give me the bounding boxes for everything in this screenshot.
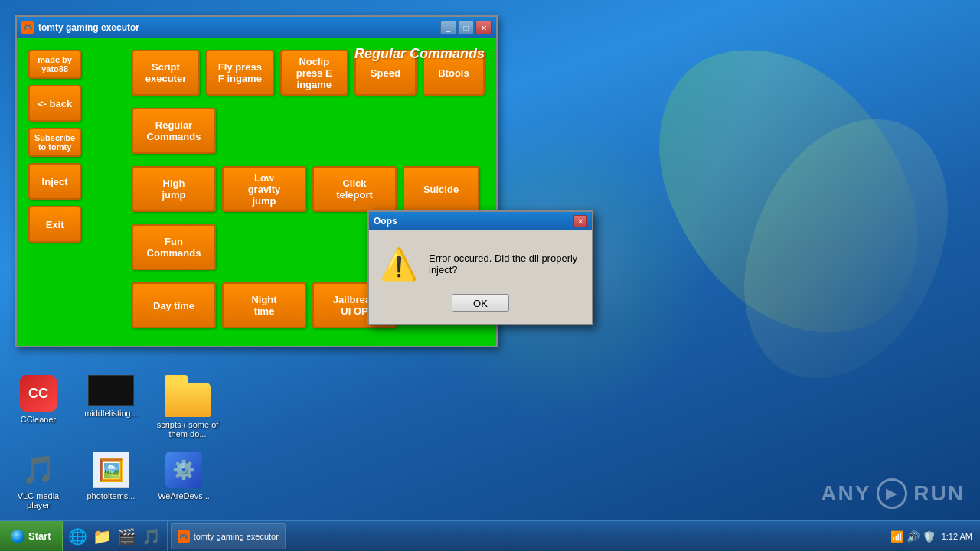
desktop-icons-area-2: 🎵 VLC media player 🖼️ photoitems... ⚙️ W… bbox=[8, 452, 214, 510]
dialog-content: ⚠️ Error occured. Did the dll properly i… bbox=[369, 230, 592, 324]
noclip-press-e-button[interactable]: Noclippress Eingame bbox=[280, 50, 348, 96]
dialog-titlebar: Oops ✕ bbox=[369, 212, 592, 230]
volume-icon: 🔊 bbox=[906, 530, 920, 543]
security-icon: 🛡️ bbox=[923, 530, 936, 543]
click-teleport-button[interactable]: Clickteleport bbox=[312, 166, 397, 212]
window-titlebar: 🎮 tomty gaming executor _ □ ✕ bbox=[17, 17, 496, 38]
middlelisting-label: middlelisting... bbox=[84, 409, 138, 418]
anyrun-watermark: ANY ▶ RUN bbox=[821, 478, 965, 509]
button-row-2: RegularCommands bbox=[132, 108, 485, 154]
desktop-icon-photoitems[interactable]: 🖼️ photoitems... bbox=[80, 452, 142, 500]
taskbar-item-label: tomty gaming executor bbox=[194, 532, 279, 541]
window-title: tomty gaming executor bbox=[38, 22, 436, 33]
scripts-folder-icon bbox=[161, 375, 214, 417]
script-executer-button[interactable]: Scriptexecuter bbox=[132, 50, 200, 96]
photoitems-label: photoitems... bbox=[87, 491, 136, 500]
regular-commands-label: Regular Commands bbox=[354, 46, 485, 62]
error-dialog: Oops ✕ ⚠️ Error occured. Did the dll pro… bbox=[368, 210, 593, 325]
low-gravity-jump-button[interactable]: Lowgravityjump bbox=[222, 166, 306, 212]
vlc-taskbar-icon[interactable]: 🎵 bbox=[139, 524, 164, 549]
media-player-icon[interactable]: 🎬 bbox=[115, 524, 139, 549]
back-button[interactable]: <- back bbox=[28, 85, 81, 122]
clock: 1:12 AM bbox=[942, 532, 972, 541]
dialog-message: Error occured. Did the dll properly inje… bbox=[429, 253, 580, 276]
start-orb-icon bbox=[11, 530, 24, 543]
ccleaner-icon: CC bbox=[20, 375, 57, 412]
clock-time: 1:12 AM bbox=[942, 532, 972, 541]
taskbar-right: 📶 🔊 🛡️ 1:12 AM bbox=[883, 521, 980, 551]
maximize-button[interactable]: □ bbox=[458, 21, 474, 34]
regular-commands-button[interactable]: RegularCommands bbox=[132, 108, 216, 154]
exit-button[interactable]: Exit bbox=[28, 206, 81, 243]
ccleaner-label: CCleaner bbox=[21, 415, 56, 424]
taskbar-item-executor[interactable]: 🎮 tomty gaming executor bbox=[171, 523, 286, 549]
notification-icons: 📶 🔊 🛡️ bbox=[890, 530, 936, 543]
window-controls: _ □ ✕ bbox=[440, 21, 492, 34]
photoitems-icon: 🖼️ bbox=[93, 452, 129, 488]
desktop-icon-middlelisting[interactable]: middlelisting... bbox=[80, 375, 142, 418]
left-sidebar: made byyato88 <- back Subscribeto tomty … bbox=[28, 50, 81, 243]
explorer-icon[interactable]: 📁 bbox=[90, 524, 115, 549]
dialog-message-row: ⚠️ Error occured. Did the dll properly i… bbox=[381, 246, 580, 282]
start-button[interactable]: Start bbox=[0, 521, 63, 551]
desktop-icon-wearedevs[interactable]: ⚙️ WeAreDevs... bbox=[153, 452, 214, 500]
middlelisting-icon bbox=[88, 375, 134, 406]
scripts-label: scripts ( some of them do... bbox=[153, 420, 222, 439]
wearedevs-icon: ⚙️ bbox=[165, 452, 202, 488]
desktop-icon-scripts[interactable]: scripts ( some of them do... bbox=[153, 375, 222, 439]
suicide-button[interactable]: Suicide bbox=[403, 166, 479, 212]
fly-press-f-button[interactable]: Fly pressF ingame bbox=[206, 50, 274, 96]
taskbar-items: 🎮 tomty gaming executor bbox=[168, 521, 883, 551]
fun-commands-button[interactable]: FunCommands bbox=[132, 224, 216, 270]
desktop-icon-vlc[interactable]: 🎵 VLC media player bbox=[8, 452, 69, 510]
taskbar: Start 🌐 📁 🎬 🎵 🎮 tomty gaming executor 📶 … bbox=[0, 520, 980, 551]
window-icon: 🎮 bbox=[21, 21, 34, 34]
inject-button[interactable]: Inject bbox=[28, 163, 81, 200]
ie-icon[interactable]: 🌐 bbox=[66, 524, 90, 549]
taskbar-item-icon: 🎮 bbox=[178, 530, 190, 543]
button-row-3: Highjump Lowgravityjump Clickteleport Su… bbox=[132, 166, 485, 212]
anyrun-play-icon: ▶ bbox=[877, 478, 907, 509]
desktop-icon-ccleaner[interactable]: CC CCleaner bbox=[8, 375, 69, 424]
network-icon: 📶 bbox=[890, 530, 903, 543]
anyrun-text: ANY bbox=[821, 481, 871, 506]
made-by-button[interactable]: made byyato88 bbox=[28, 50, 81, 79]
desktop-icons-area: CC CCleaner middlelisting... scripts ( s… bbox=[8, 375, 222, 439]
wearedevs-label: WeAreDevs... bbox=[158, 491, 210, 500]
desktop: 🎮 tomty gaming executor _ □ ✕ Regular Co… bbox=[0, 0, 980, 551]
subscribe-button[interactable]: Subscribeto tomty bbox=[28, 128, 81, 157]
minimize-button[interactable]: _ bbox=[440, 21, 456, 34]
dialog-close-button[interactable]: ✕ bbox=[573, 215, 587, 227]
vlc-icon: 🎵 bbox=[20, 452, 57, 488]
day-time-button[interactable]: Day time bbox=[132, 282, 216, 328]
vlc-label: VLC media player bbox=[8, 491, 69, 510]
high-jump-button[interactable]: Highjump bbox=[132, 166, 216, 212]
start-label: Start bbox=[28, 530, 51, 542]
dialog-title: Oops bbox=[374, 216, 397, 227]
close-button[interactable]: ✕ bbox=[475, 21, 492, 34]
night-time-button[interactable]: Nighttime bbox=[222, 282, 306, 328]
quick-launch: 🌐 📁 🎬 🎵 bbox=[63, 521, 168, 551]
warning-icon: ⚠️ bbox=[381, 246, 417, 282]
dialog-ok-button[interactable]: OK bbox=[452, 294, 509, 312]
anyrun-text2: RUN bbox=[913, 481, 965, 506]
